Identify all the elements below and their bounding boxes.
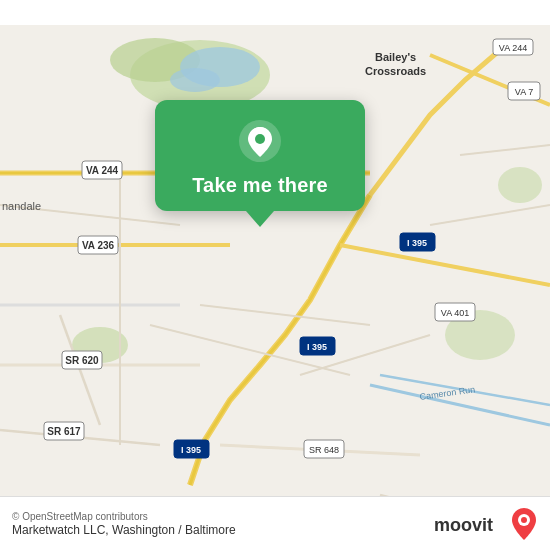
svg-text:Crossroads: Crossroads: [365, 65, 426, 77]
svg-text:moovit: moovit: [434, 515, 493, 535]
svg-text:VA 236: VA 236: [82, 240, 115, 251]
svg-point-7: [170, 68, 220, 92]
svg-point-61: [521, 517, 527, 523]
bottom-bar: © OpenStreetMap contributors Marketwatch…: [0, 496, 550, 550]
location-pin-icon: [237, 118, 283, 164]
svg-text:VA 244: VA 244: [499, 43, 527, 53]
svg-point-58: [255, 134, 265, 144]
svg-text:nandale: nandale: [2, 200, 41, 212]
svg-point-5: [498, 167, 542, 203]
moovit-brand: moovit: [434, 507, 538, 541]
svg-text:I 395: I 395: [307, 342, 327, 352]
company-info: Marketwatch LLC, Washington / Baltimore: [12, 523, 434, 537]
map-svg: VA 244 VA 236 SR 620 SR 617 I 395 I 395 …: [0, 0, 550, 550]
svg-text:SR 648: SR 648: [309, 445, 339, 455]
moovit-logo-icon: moovit: [434, 509, 504, 539]
popup-label: Take me there: [192, 174, 328, 197]
svg-text:Bailey's: Bailey's: [375, 51, 416, 63]
svg-text:I 395: I 395: [407, 238, 427, 248]
svg-text:VA 401: VA 401: [441, 308, 469, 318]
svg-text:I 395: I 395: [181, 445, 201, 455]
popup-card[interactable]: Take me there: [155, 100, 365, 211]
map-container: VA 244 VA 236 SR 620 SR 617 I 395 I 395 …: [0, 0, 550, 550]
osm-attribution: © OpenStreetMap contributors: [12, 511, 434, 522]
svg-text:VA 7: VA 7: [515, 87, 533, 97]
svg-text:VA 244: VA 244: [86, 165, 119, 176]
svg-text:SR 620: SR 620: [65, 355, 99, 366]
svg-text:SR 617: SR 617: [47, 426, 81, 437]
moovit-pin-icon: [510, 507, 538, 541]
